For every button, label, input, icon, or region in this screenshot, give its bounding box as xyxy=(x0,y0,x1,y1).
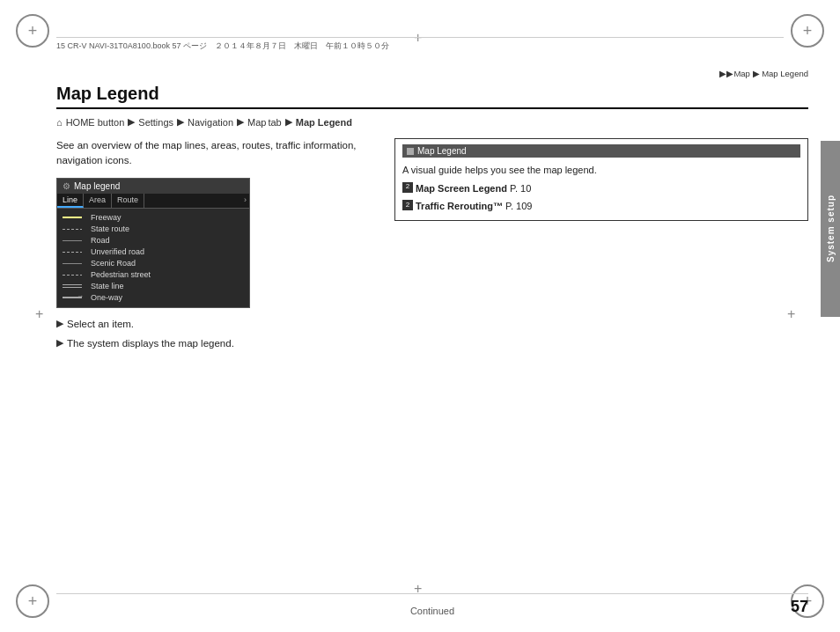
ref-item-1: 2 Map Screen Legend P. 10 xyxy=(402,181,800,197)
info-box-intro: A visual guide helps you see the map leg… xyxy=(402,163,800,179)
nav-settings: Settings xyxy=(138,117,173,128)
info-box-icon xyxy=(407,148,414,155)
side-tab-label: System setup xyxy=(826,195,836,262)
legend-label-pedestrian: Pedestrian street xyxy=(91,270,151,279)
nav-arrow-1: ▶ xyxy=(128,116,135,128)
screen-tab-line: Line xyxy=(57,194,84,208)
nav-arrow-4: ▶ xyxy=(285,116,292,128)
screen-title-text: Map legend xyxy=(74,181,120,191)
legend-row: Pedestrian street xyxy=(57,269,249,281)
screen-title-bar: ⚙ Map legend xyxy=(57,179,249,194)
legend-label-state-route: State route xyxy=(91,224,129,233)
top-meta-bar: 15 CR-V NAVI-31T0A8100.book 57 ページ ２０１４年… xyxy=(56,37,784,52)
screen-mockup: ⚙ Map legend Line Area Route › Freeway xyxy=(56,178,250,308)
step-text-1: Select an item. xyxy=(67,317,134,332)
legend-label-scenic: Scenic Road xyxy=(91,259,136,268)
legend-icon-unverified xyxy=(63,252,87,253)
screen-gear-icon: ⚙ xyxy=(63,181,70,191)
ref-icon-1: 2 xyxy=(402,182,413,193)
info-box: Map Legend A visual guide helps you see … xyxy=(394,138,808,221)
corner-decoration-bl xyxy=(16,584,49,618)
screen-tab-area: Area xyxy=(84,194,112,208)
description-text: See an overview of the map lines, areas,… xyxy=(56,138,373,169)
corner-decoration-tr xyxy=(791,14,824,48)
legend-row: Road xyxy=(57,235,249,246)
page-title: Map Legend xyxy=(56,84,808,109)
ref-item-2: 2 Traffic Rerouting™ P. 109 xyxy=(402,199,800,215)
nav-map-tab: Map xyxy=(247,117,266,128)
left-column: See an overview of the map lines, areas,… xyxy=(56,138,373,356)
home-icon: ⌂ xyxy=(56,117,63,128)
corner-decoration-tl xyxy=(16,14,49,48)
legend-row: One-way xyxy=(57,292,249,304)
side-tab-system-setup: System setup xyxy=(821,141,840,317)
screen-tab-route: Route xyxy=(112,194,144,208)
file-meta-text: 15 CR-V NAVI-31T0A8100.book 57 ページ ２０１４年… xyxy=(56,41,389,50)
legend-icon-one-way xyxy=(63,297,87,298)
legend-row: Unverified road xyxy=(57,246,249,258)
footer: Continued 57 xyxy=(56,593,808,616)
legend-label-state-line: State line xyxy=(91,282,124,290)
two-column-layout: See an overview of the map lines, areas,… xyxy=(56,138,808,356)
legend-row: Scenic Road xyxy=(57,258,249,269)
legend-icon-scenic xyxy=(63,263,87,264)
legend-label-one-way: One-way xyxy=(91,293,122,302)
nav-tab-word: tab xyxy=(268,117,281,128)
right-column: Map Legend A visual guide helps you see … xyxy=(394,138,808,356)
crosshair-left xyxy=(37,310,51,324)
nav-navigation: Navigation xyxy=(188,117,233,128)
legend-label-freeway: Freeway xyxy=(91,213,122,222)
info-box-body: A visual guide helps you see the map leg… xyxy=(402,163,800,215)
legend-row: State line xyxy=(57,281,249,292)
legend-icon-pedestrian xyxy=(63,275,87,276)
nav-path: ⌂ HOME button ▶ Settings ▶ Navigation ▶ … xyxy=(56,116,808,128)
ref-text-1: Map Screen Legend P. 10 xyxy=(416,181,531,197)
legend-label-road: Road xyxy=(91,236,110,245)
footer-continued: Continued xyxy=(83,606,782,616)
step-arrow-1: ▶ xyxy=(56,318,63,329)
step-item-1: ▶ Select an item. xyxy=(56,317,373,332)
info-box-title-text: Map Legend xyxy=(417,146,467,156)
breadcrumb: ▶▶Map ▶ Map Legend xyxy=(719,69,808,78)
ref-text-2: Traffic Rerouting™ P. 109 xyxy=(416,199,532,215)
info-box-title: Map Legend xyxy=(402,144,800,158)
steps: ▶ Select an item. ▶ The system displays … xyxy=(56,317,373,352)
legend-icon-state-line xyxy=(63,284,87,288)
legend-row: Freeway xyxy=(57,212,249,224)
ref-icon-2: 2 xyxy=(402,200,413,210)
nav-arrow-2: ▶ xyxy=(177,116,184,128)
legend-icon-state-route xyxy=(63,229,87,230)
legend-icon-road xyxy=(63,240,87,241)
nav-map-legend: Map Legend xyxy=(296,117,352,128)
screen-nav-bar: Line Area Route › xyxy=(57,194,249,209)
screen-nav-arrow: › xyxy=(241,194,249,208)
main-content: Map Legend ⌂ HOME button ▶ Settings ▶ Na… xyxy=(56,84,808,584)
nav-arrow-3: ▶ xyxy=(237,116,244,128)
step-arrow-2: ▶ xyxy=(56,337,63,349)
step-item-2: ▶ The system displays the map legend. xyxy=(56,336,373,351)
legend-icon-freeway xyxy=(63,217,87,218)
nav-home-label: HOME button xyxy=(66,117,125,128)
footer-page-number: 57 xyxy=(782,598,808,616)
step-text-2: The system displays the map legend. xyxy=(67,336,234,351)
legend-row: State route xyxy=(57,224,249,235)
legend-label-unverified: Unverified road xyxy=(91,247,144,256)
breadcrumb-text: ▶▶Map ▶ Map Legend xyxy=(719,69,808,78)
screen-body: Freeway State route Road Unverified road xyxy=(57,209,249,307)
